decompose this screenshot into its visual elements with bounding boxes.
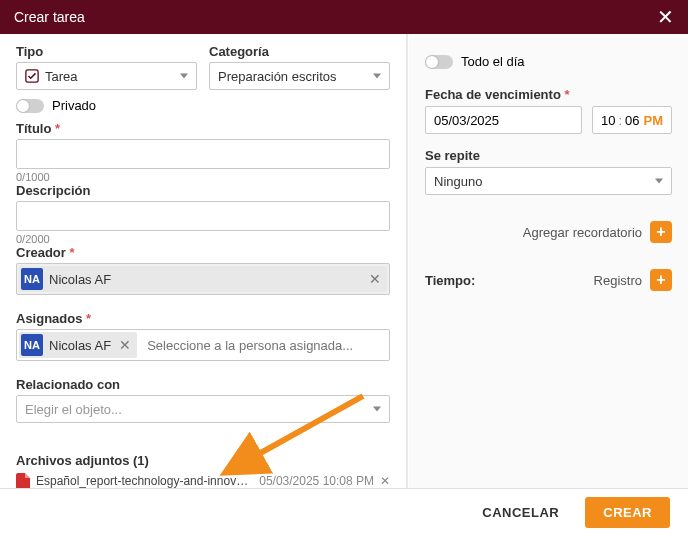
relacionado-placeholder: Elegir el objeto... (25, 402, 122, 417)
remove-icon[interactable]: ✕ (367, 271, 383, 287)
asignados-chip: NA Nicolas AF ✕ (19, 332, 137, 358)
fecha-input[interactable]: 05/03/2025 (425, 106, 582, 134)
repite-value: Ninguno (434, 174, 482, 189)
time-minute: 06 (625, 113, 639, 128)
relacionado-select[interactable]: Elegir el objeto... (16, 395, 390, 423)
asignados-field[interactable]: NA Nicolas AF ✕ (16, 329, 390, 361)
todo-dia-label: Todo el día (461, 54, 525, 69)
chevron-down-icon (373, 407, 381, 412)
repite-select[interactable]: Ninguno (425, 167, 672, 195)
dialog-title: Crear tarea (14, 9, 85, 25)
relacionado-label: Relacionado con (16, 377, 390, 392)
fecha-value: 05/03/2025 (434, 113, 499, 128)
asignados-label: Asignados (16, 311, 390, 326)
tipo-select[interactable]: Tarea (16, 62, 197, 90)
right-panel: Todo el día Fecha de vencimiento 05/03/2… (408, 34, 688, 488)
toggle-switch-icon (16, 99, 44, 113)
descripcion-counter: 0/2000 (16, 233, 390, 245)
remove-icon[interactable]: ✕ (117, 337, 133, 353)
registro-link[interactable]: Registro (594, 273, 642, 288)
creador-name: Nicolas AF (49, 272, 361, 287)
cancel-button[interactable]: CANCELAR (472, 497, 569, 528)
plus-icon[interactable]: + (650, 221, 672, 243)
dialog-header: Crear tarea ✕ (0, 0, 688, 34)
asignados-name: Nicolas AF (49, 338, 111, 353)
descripcion-input[interactable] (16, 201, 390, 231)
privado-label: Privado (52, 98, 96, 113)
categoria-select[interactable]: Preparación escritos (209, 62, 390, 90)
asignados-input[interactable] (141, 334, 387, 357)
agregar-recordatorio-link[interactable]: Agregar recordatorio (523, 225, 642, 240)
tiempo-label: Tiempo: (425, 273, 475, 288)
toggle-switch-icon (425, 55, 453, 69)
attachment-name[interactable]: Español_report-technology-and-innovation… (36, 474, 251, 488)
creador-label: Creador (16, 245, 390, 260)
titulo-counter: 0/1000 (16, 171, 390, 183)
left-panel: Tipo Tarea Categoría Preparación escrito… (0, 34, 408, 488)
attachment-row: Español_report-technology-and-innovation… (16, 469, 390, 488)
time-hour: 10 (601, 113, 615, 128)
chevron-down-icon (373, 74, 381, 79)
chevron-down-icon (655, 179, 663, 184)
pdf-icon (16, 473, 30, 488)
avatar: NA (21, 268, 43, 290)
adjuntos-label: Archivos adjuntos (1) (16, 453, 149, 468)
titulo-input[interactable] (16, 139, 390, 169)
fecha-label: Fecha de vencimiento (425, 87, 672, 102)
dialog-footer: CANCELAR CREAR (0, 488, 688, 536)
create-button[interactable]: CREAR (585, 497, 670, 528)
creador-field[interactable]: NA Nicolas AF ✕ (16, 263, 390, 295)
plus-icon[interactable]: + (650, 269, 672, 291)
avatar: NA (21, 334, 43, 356)
todo-dia-toggle[interactable]: Todo el día (425, 54, 672, 69)
attachment-remove-icon[interactable]: ✕ (380, 474, 390, 488)
creador-chip: NA Nicolas AF ✕ (19, 266, 387, 292)
privado-toggle[interactable]: Privado (16, 98, 390, 113)
titulo-label: Título (16, 121, 390, 136)
categoria-value: Preparación escritos (218, 69, 337, 84)
attachment-time: 05/03/2025 10:08 PM (259, 474, 374, 488)
time-separator: : (618, 113, 622, 128)
descripcion-label: Descripción (16, 183, 390, 198)
close-icon[interactable]: ✕ (657, 7, 674, 27)
categoria-label: Categoría (209, 44, 390, 59)
chevron-down-icon (180, 74, 188, 79)
tipo-value: Tarea (45, 69, 78, 84)
repite-label: Se repite (425, 148, 672, 163)
time-ampm[interactable]: PM (644, 113, 664, 128)
tipo-label: Tipo (16, 44, 197, 59)
task-check-icon (25, 69, 39, 83)
time-input[interactable]: 10 : 06 PM (592, 106, 672, 134)
